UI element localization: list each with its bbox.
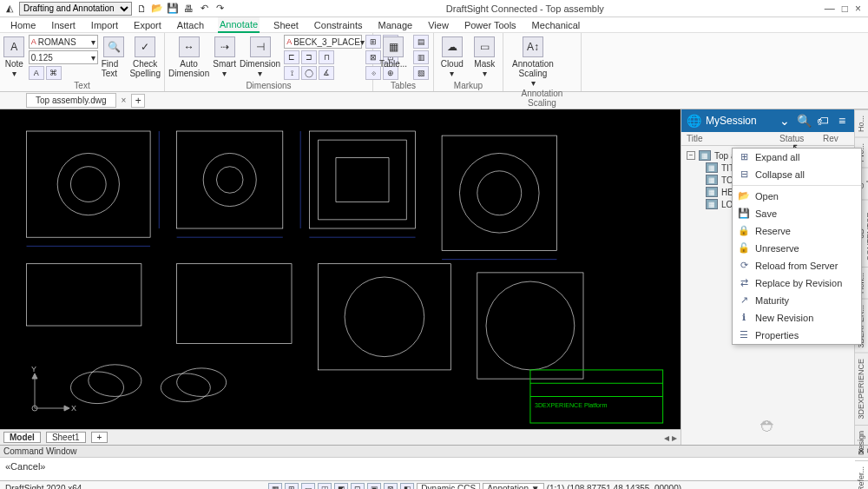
smart-button[interactable]: ⇢ Smart▾ xyxy=(213,35,236,78)
text-height-dropdown[interactable]: 0.125▾ xyxy=(29,50,98,64)
drawing-canvas[interactable]: 3DEXPERIENCE Platform X Y Model Sheet1 +… xyxy=(0,109,681,445)
tab-sheet[interactable]: Sheet xyxy=(272,18,300,32)
open-icon[interactable]: 📂 xyxy=(151,3,163,15)
status-btn[interactable]: ◫ xyxy=(318,483,332,490)
new-icon[interactable]: 🗋 xyxy=(135,3,148,15)
dim-tool3-icon[interactable]: ⊓ xyxy=(319,50,334,64)
sidetab[interactable]: Refer... xyxy=(855,460,868,489)
tab-model[interactable]: Model xyxy=(3,432,41,443)
lock-icon: 🔒 xyxy=(738,225,750,237)
search-icon[interactable]: 🔍 xyxy=(797,114,811,128)
tab-powertools[interactable]: Power Tools xyxy=(463,18,518,32)
status-btn[interactable]: ◩ xyxy=(334,483,348,490)
document-tab[interactable]: Top assembly.dwg xyxy=(26,93,116,108)
annotation-scale-dropdown[interactable]: Annotation ▼ xyxy=(483,483,544,489)
chevron-down-icon[interactable]: ⌄ xyxy=(778,114,792,128)
unlock-icon: 🔓 xyxy=(738,242,750,254)
tab-manage[interactable]: Manage xyxy=(376,18,414,32)
ctx-replace[interactable]: ⇄Replace by Revision xyxy=(733,274,861,292)
print-icon[interactable]: 🖶 xyxy=(182,3,194,15)
dynccs-field[interactable]: Dynamic CCS xyxy=(417,483,480,489)
status-btn[interactable]: ⊞ xyxy=(285,483,299,490)
workspace-dropdown[interactable]: Drafting and Annotation xyxy=(19,2,132,16)
ctx-maturity[interactable]: ↗Maturity xyxy=(733,292,861,309)
status-btn[interactable]: ⊠ xyxy=(384,483,398,490)
text-style-dropdown[interactable]: AROMANS▾ xyxy=(29,35,98,49)
tag-icon[interactable]: 🏷 xyxy=(816,114,830,128)
findtext-button[interactable]: 🔍 Find Text xyxy=(102,35,127,78)
note-button[interactable]: A Note▾ xyxy=(3,35,25,78)
ctx-expand-all[interactable]: ⊞Expand all xyxy=(733,149,861,166)
tbl-tool2-icon[interactable]: ▥ xyxy=(413,50,429,64)
model-sheet-tabs: Model Sheet1 + ◂ ▸ xyxy=(0,429,681,445)
ctx-save[interactable]: 💾Save xyxy=(733,205,861,222)
tbl-tool1-icon[interactable]: ▤ xyxy=(413,35,429,49)
group-dimensions-label: Dimensions xyxy=(168,80,369,91)
tbl-tool3-icon[interactable]: ▧ xyxy=(413,66,429,80)
note-icon: A xyxy=(3,36,24,57)
dim-tool1-icon[interactable]: ⊏ xyxy=(284,50,299,64)
mask-button[interactable]: ▭ Mask▾ xyxy=(470,35,500,78)
panel-columns: Title Status Rev xyxy=(681,132,854,146)
close-button[interactable]: × xyxy=(855,3,861,15)
tab-insert[interactable]: Insert xyxy=(49,18,77,32)
tab-close-button[interactable]: × xyxy=(120,96,128,105)
ctx-properties[interactable]: ☰Properties xyxy=(733,327,861,344)
sidetab[interactable]: 3DEXPERIENCE xyxy=(855,353,868,425)
sidetab[interactable]: Ho... xyxy=(855,109,868,137)
drawing-icon: ▦ xyxy=(706,162,718,173)
undo-icon[interactable]: ↶ xyxy=(198,3,210,15)
title-block-text: 3DEXPERIENCE Platform xyxy=(535,402,607,409)
tab-view[interactable]: View xyxy=(426,18,450,32)
tab-annotate[interactable]: Annotate xyxy=(218,17,260,33)
ctx-reload[interactable]: ⟳Reload from Server xyxy=(733,257,861,274)
tab-home[interactable]: Home xyxy=(9,18,37,32)
ctx-newrevision[interactable]: ℹNew Revision xyxy=(733,309,861,327)
status-btn[interactable]: ▣ xyxy=(367,483,381,490)
revision-icon: ℹ xyxy=(738,312,750,324)
tab-mechanical[interactable]: Mechanical xyxy=(530,18,582,32)
tab-attach[interactable]: Attach xyxy=(175,18,206,32)
tab-import[interactable]: Import xyxy=(89,18,120,32)
table-button[interactable]: ▦ Table... xyxy=(377,35,410,69)
status-btn[interactable]: ⊡ xyxy=(351,483,365,490)
dim-tool4-icon[interactable]: ⟟ xyxy=(284,66,299,80)
text-tool-icon[interactable]: A xyxy=(29,66,44,80)
drawing-icon: ▦ xyxy=(706,187,718,197)
save-icon[interactable]: 💾 xyxy=(167,3,179,15)
minimize-button[interactable]: — xyxy=(825,3,835,15)
maximize-button[interactable]: □ xyxy=(842,3,848,15)
ctx-open[interactable]: 📂Open xyxy=(733,188,861,205)
redo-icon[interactable]: ↷ xyxy=(214,3,226,15)
tab-add-button[interactable]: + xyxy=(131,94,145,108)
ctx-reserve[interactable]: 🔒Reserve xyxy=(733,222,861,240)
status-btn[interactable]: ◧ xyxy=(400,483,414,490)
tab-constraints[interactable]: Constraints xyxy=(312,18,365,32)
dim-tool6-icon[interactable]: ∡ xyxy=(319,66,334,80)
dim-tool5-icon[interactable]: ◯ xyxy=(301,66,317,80)
dim-tool2-icon[interactable]: ⊐ xyxy=(301,50,317,64)
dimstyle-dropdown[interactable]: ABECK_3_PLACE▾ xyxy=(284,35,362,49)
tab-sheet1[interactable]: Sheet1 xyxy=(46,432,86,443)
tab-add-sheet[interactable]: + xyxy=(91,432,108,443)
collapse-icon[interactable]: − xyxy=(687,151,695,160)
text-tool2-icon[interactable]: ⌘ xyxy=(46,66,62,80)
cloud-icon: ☁ xyxy=(442,36,463,57)
status-btn[interactable]: ▦ xyxy=(268,483,282,490)
ctx-collapse-all[interactable]: ⊟Collapse all xyxy=(733,166,861,183)
annotation-scaling-button[interactable]: A↕ Annotation Scaling▾ xyxy=(507,35,559,88)
reload-icon: ⟳ xyxy=(738,260,750,272)
command-window: Command Window✕ «Cancel» xyxy=(0,445,868,480)
context-menu: ⊞Expand all ⊟Collapse all 📂Open 💾Save 🔒R… xyxy=(732,148,862,345)
status-btn[interactable]: ▭ xyxy=(301,483,315,490)
cloud-button[interactable]: ☁ Cloud▾ xyxy=(437,35,467,78)
tab-export[interactable]: Export xyxy=(132,18,163,32)
command-input[interactable]: «Cancel» xyxy=(0,458,868,480)
ctx-unreserve[interactable]: 🔓Unreserve xyxy=(733,240,861,257)
group-text-label: Text xyxy=(3,80,161,91)
checkspelling-button[interactable]: ✓ Check Spelling xyxy=(129,35,161,78)
dimension-button[interactable]: ⊣ Dimension▾ xyxy=(240,35,280,78)
autodimension-button[interactable]: ↔ Auto Dimension xyxy=(168,35,209,78)
sidetab[interactable]: Design Res... xyxy=(855,425,868,460)
menu-icon[interactable]: ≡ xyxy=(835,114,849,128)
